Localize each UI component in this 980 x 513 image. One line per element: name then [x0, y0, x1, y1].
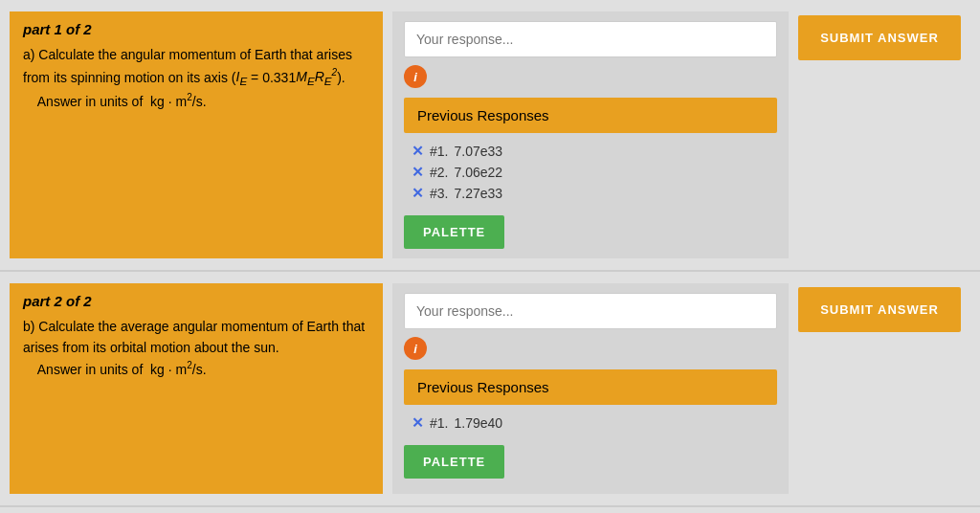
list-item: ✕ #1. 7.07e33: [412, 143, 769, 160]
x-mark-icon: ✕: [412, 164, 424, 181]
part1-label: part 1 of 2: [23, 21, 369, 37]
response-value: 1.79e40: [454, 415, 502, 431]
part2-response-list: ✕ #1. 1.79e40: [404, 411, 777, 435]
part2-container: part 2 of 2 b) Calculate the average ang…: [0, 272, 980, 507]
response-value: 7.07e33: [454, 144, 502, 159]
x-mark-icon: ✕: [412, 185, 424, 202]
response-num: #1.: [430, 415, 448, 431]
part1-info-icon: i: [404, 65, 427, 88]
x-mark-icon: ✕: [412, 414, 424, 432]
part2-submit-button[interactable]: SUBMIT ANSWER: [798, 287, 961, 332]
part1-right-panel: SUBMIT ANSWER: [798, 11, 970, 258]
part1-container: part 1 of 2 a) Calculate the angular mom…: [0, 0, 980, 272]
response-value: 7.27e33: [454, 186, 502, 201]
part1-submit-button[interactable]: SUBMIT ANSWER: [798, 15, 961, 60]
part1-prev-responses-header: Previous Responses: [404, 98, 777, 133]
part2-middle-panel: i Previous Responses ✕ #1. 1.79e40 PALET…: [392, 283, 789, 494]
part2-left-panel: part 2 of 2 b) Calculate the average ang…: [10, 283, 383, 494]
part1-question: a) Calculate the angular momentum of Ear…: [23, 45, 369, 113]
part2-question: b) Calculate the average angular momentu…: [23, 317, 369, 381]
part2-right-panel: SUBMIT ANSWER: [798, 283, 970, 494]
part1-middle-panel: i Previous Responses ✕ #1. 7.07e33 ✕ #2.…: [392, 11, 789, 258]
response-value: 7.06e22: [454, 165, 502, 180]
part1-response-list: ✕ #1. 7.07e33 ✕ #2. 7.06e22 ✕ #3. 7.27e3…: [404, 139, 777, 206]
response-num: #2.: [430, 165, 448, 180]
part2-response-input[interactable]: [404, 293, 777, 329]
x-mark-icon: ✕: [412, 143, 424, 160]
list-item: ✕ #3. 7.27e33: [412, 185, 769, 202]
response-num: #3.: [430, 186, 448, 201]
list-item: ✕ #2. 7.06e22: [412, 164, 769, 181]
part1-palette-button[interactable]: PALETTE: [404, 215, 504, 249]
part2-label: part 2 of 2: [23, 293, 369, 309]
part2-palette-button[interactable]: PALETTE: [404, 445, 504, 479]
list-item: ✕ #1. 1.79e40: [412, 414, 769, 432]
part2-info-icon: i: [404, 337, 427, 360]
part2-prev-responses-header: Previous Responses: [404, 369, 777, 405]
part1-left-panel: part 1 of 2 a) Calculate the angular mom…: [10, 11, 383, 258]
response-num: #1.: [430, 144, 448, 159]
part1-response-input[interactable]: [404, 21, 777, 57]
